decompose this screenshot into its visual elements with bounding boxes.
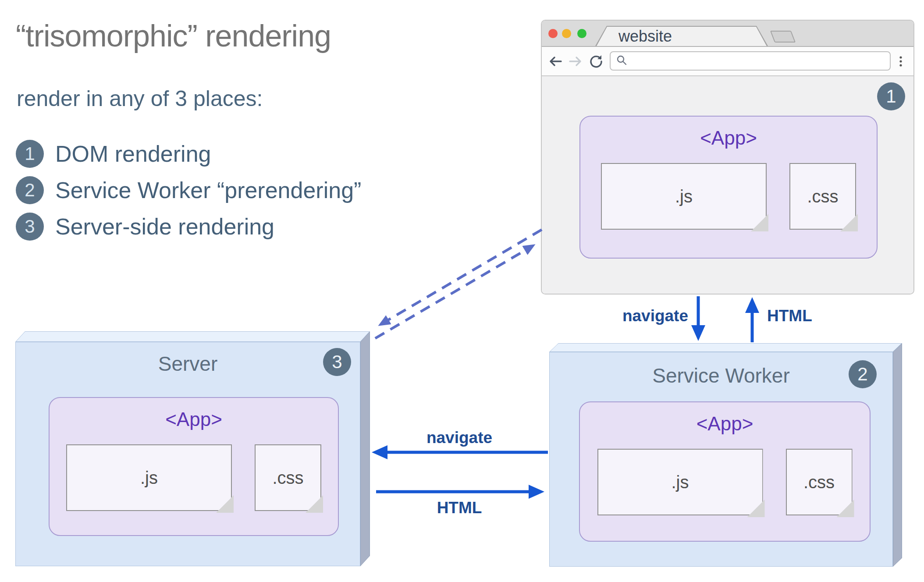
list-number-badge: 1 (16, 140, 44, 168)
browser-window: website (541, 20, 914, 295)
app-title: <App> (700, 127, 757, 149)
back-button[interactable] (548, 54, 563, 69)
step-badge-2: 2 (849, 360, 877, 388)
list-item-label: Service Worker “prerendering” (55, 177, 361, 203)
step-badge-1: 1 (877, 82, 905, 110)
list-item: 2 Service Worker “prerendering” (16, 176, 361, 205)
css-file: .css (789, 163, 856, 230)
list-item: 1 DOM rendering (16, 139, 361, 168)
navigate-label-vertical: navigate (583, 308, 688, 324)
tab-title: website (597, 27, 767, 46)
css-file-label: .css (255, 444, 321, 511)
js-file-label: .js (66, 444, 232, 511)
legend-list: 1 DOM rendering 2 Service Worker “preren… (16, 139, 361, 241)
server-box: Server 3 <App> .js .css (15, 342, 360, 566)
refresh-button[interactable] (588, 54, 603, 69)
forward-icon (568, 54, 583, 69)
close-button[interactable] (548, 29, 558, 38)
back-icon (548, 54, 563, 69)
server-title: Server (16, 352, 360, 376)
dashed-arrow-to-browser (375, 250, 526, 338)
js-file: .js (66, 444, 232, 511)
dashed-arrow-to-server (387, 230, 542, 320)
html-label-vertical: HTML (767, 308, 812, 324)
list-item-label: Server-side rendering (55, 213, 274, 240)
refresh-icon (588, 54, 603, 69)
file-row: .js .css (601, 163, 856, 230)
browser-toolbar (542, 47, 913, 76)
step-badge-3: 3 (323, 348, 351, 376)
js-file-label: .js (601, 163, 767, 230)
forward-button[interactable] (568, 54, 583, 69)
css-file: .css (255, 444, 321, 511)
diagram-canvas: “trisomorphic” rendering render in any o… (0, 0, 924, 582)
file-row: .js .css (66, 444, 321, 511)
file-row: .js .css (597, 449, 853, 515)
browser-tab[interactable]: website (595, 26, 768, 46)
service-worker-box: Service Worker 2 <App> .js .css (549, 352, 893, 567)
sw-box-right-face (893, 343, 902, 567)
app-box-service-worker: <App> .js .css (579, 401, 871, 542)
url-bar (610, 51, 891, 71)
kebab-menu-icon (893, 54, 908, 69)
server-box-right-face (360, 331, 370, 566)
css-file-label: .css (786, 449, 853, 515)
minimize-button[interactable] (562, 29, 571, 38)
app-box-browser: <App> .js .css (579, 116, 878, 259)
app-title: <App> (697, 413, 753, 435)
search-icon (616, 54, 627, 67)
server-box-top-face (15, 331, 370, 342)
list-item-label: DOM rendering (55, 141, 211, 167)
js-file: .js (601, 163, 767, 230)
maximize-button[interactable] (577, 29, 586, 38)
css-file-label: .css (789, 163, 856, 230)
navigate-label-horizontal: navigate (394, 429, 525, 446)
app-title: <App> (165, 408, 222, 430)
page-title: “trisomorphic” rendering (16, 18, 331, 53)
service-worker-title: Service Worker (550, 364, 892, 387)
app-box-server: <App> .js .css (49, 397, 339, 536)
page-subtitle: render in any of 3 places: (17, 86, 263, 111)
menu-button[interactable] (893, 54, 908, 69)
list-number-badge: 3 (16, 213, 44, 241)
list-number-badge: 2 (16, 176, 44, 204)
url-input[interactable] (632, 54, 890, 68)
css-file: .css (786, 449, 853, 515)
sw-box-top-face (549, 343, 902, 352)
new-tab-button[interactable] (770, 31, 796, 43)
browser-titlebar: website (542, 21, 913, 47)
html-label-horizontal: HTML (394, 500, 525, 516)
js-file-label: .js (597, 449, 763, 515)
list-item: 3 Server-side rendering (16, 212, 361, 241)
js-file: .js (597, 449, 763, 515)
